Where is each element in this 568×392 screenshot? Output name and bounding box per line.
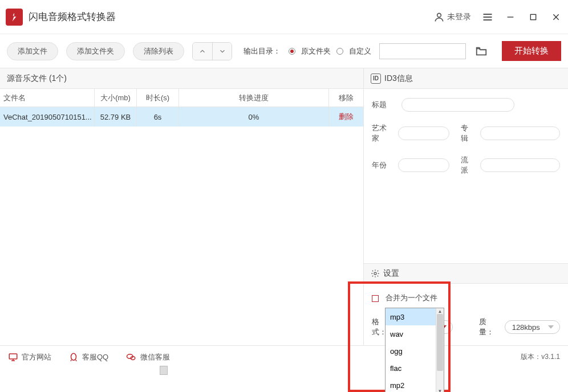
dd-item-flac[interactable]: flac <box>386 360 444 377</box>
delete-row-button[interactable]: 删除 <box>329 107 363 126</box>
app-logo <box>6 9 23 26</box>
output-dir-label: 输出目录： <box>244 46 281 56</box>
menu-button[interactable] <box>481 11 494 23</box>
dd-item-ogg[interactable]: ogg <box>386 342 444 360</box>
dd-item-mp3[interactable]: mp3 <box>386 308 444 325</box>
cell-name: VeChat_2019050710151... <box>0 107 95 126</box>
id3-artist-label: 艺术家 <box>372 123 393 144</box>
maximize-button[interactable] <box>527 11 539 23</box>
close-icon <box>551 13 561 22</box>
user-icon <box>433 11 445 23</box>
monitor-icon <box>8 352 18 362</box>
id3-genre-label: 流派 <box>461 155 476 175</box>
gear-icon <box>371 269 380 278</box>
wechat-support-link[interactable]: 微信客服 <box>125 352 170 362</box>
reorder-buttons <box>192 42 232 60</box>
dd-item-wav[interactable]: wav <box>386 325 444 342</box>
id3-album-input[interactable] <box>480 126 560 140</box>
col-progress: 转换进度 <box>179 89 329 107</box>
id3-year-label: 年份 <box>372 160 393 170</box>
cell-size: 52.79 KB <box>95 107 137 126</box>
file-list-panel: 源音乐文件 (1个) 文件名 大小(mb) 时长(s) 转换进度 移除 VeCh… <box>0 68 364 346</box>
id3-year-input[interactable] <box>398 158 449 172</box>
titlebar: 闪电音频格式转换器 未登录 <box>0 0 568 34</box>
svg-point-12 <box>71 353 76 360</box>
col-size: 大小(mb) <box>95 89 137 107</box>
id3-title-label: 标题 <box>372 100 397 110</box>
id3-header: ID ID3信息 <box>364 68 568 89</box>
minimize-button[interactable] <box>504 11 517 23</box>
hamburger-icon <box>482 11 493 23</box>
official-site-link[interactable]: 官方网站 <box>8 352 51 362</box>
minimize-icon <box>506 13 515 22</box>
id-icon: ID <box>371 74 381 84</box>
merge-checkbox[interactable] <box>372 295 379 302</box>
id3-artist-input[interactable] <box>398 126 449 140</box>
radio-source-folder[interactable] <box>289 48 295 55</box>
svg-point-8 <box>374 272 376 275</box>
wechat-icon <box>125 352 137 362</box>
svg-rect-9 <box>9 354 17 359</box>
table-row[interactable]: VeChat_2019050710151... 52.79 KB 6s 0% 删… <box>0 107 363 126</box>
toolbar: 添加文件 添加文件夹 清除列表 输出目录： 原文件夹 自定义 开始转换 <box>0 34 568 68</box>
close-button[interactable] <box>550 11 562 23</box>
cell-progress: 0% <box>179 107 329 126</box>
maximize-icon <box>529 13 538 22</box>
id3-genre-input[interactable] <box>480 158 560 172</box>
start-convert-button[interactable]: 开始转换 <box>502 41 561 61</box>
clear-list-button[interactable]: 清除列表 <box>133 42 184 60</box>
qq-support-link[interactable]: 客服QQ <box>68 352 108 362</box>
side-panel: ID ID3信息 标题 艺术家 专辑 年份 流派 设置 <box>364 68 568 346</box>
dropdown-scrollbar[interactable]: ▲ ▼ <box>436 308 444 392</box>
footer: 官方网站 客服QQ 微信客服 版本：v3.1.1 <box>0 345 568 368</box>
radio-custom-label: 自定义 <box>349 46 371 56</box>
quality-label: 质量： <box>479 317 501 337</box>
format-dropdown-list: mp3 wav ogg flac mp2 ▲ ▼ <box>385 308 444 392</box>
version-label: 版本：v3.1.1 <box>521 352 560 362</box>
move-up-button[interactable] <box>193 43 212 60</box>
move-down-button[interactable] <box>212 43 232 60</box>
login-button[interactable]: 未登录 <box>433 11 471 23</box>
app-title: 闪电音频格式转换器 <box>29 10 116 23</box>
radio-custom-folder[interactable] <box>336 48 343 55</box>
svg-point-0 <box>437 13 441 17</box>
output-path-input[interactable] <box>379 43 466 59</box>
dropdown-arrow-icon <box>548 325 554 329</box>
svg-rect-5 <box>530 14 535 19</box>
scroll-up-icon[interactable]: ▲ <box>436 308 444 314</box>
scroll-thumb[interactable] <box>437 314 443 371</box>
source-header: 源音乐文件 (1个) <box>0 68 363 89</box>
table-header: 文件名 大小(mb) 时长(s) 转换进度 移除 <box>0 89 363 107</box>
dd-item-mp2[interactable]: mp2 <box>386 377 444 392</box>
quality-dropdown[interactable]: 128kbps <box>505 320 560 334</box>
browse-folder-icon[interactable] <box>474 45 489 58</box>
qq-icon <box>68 352 79 362</box>
col-name: 文件名 <box>0 89 95 107</box>
add-folder-button[interactable]: 添加文件夹 <box>66 42 125 60</box>
id3-title-input[interactable] <box>401 98 514 112</box>
cell-duration: 6s <box>137 107 179 126</box>
id3-album-label: 专辑 <box>461 123 476 144</box>
login-label: 未登录 <box>447 12 471 22</box>
add-file-button[interactable]: 添加文件 <box>7 42 58 60</box>
col-duration: 时长(s) <box>137 89 179 107</box>
radio-source-label: 原文件夹 <box>301 46 331 56</box>
scrollbar-thumb[interactable] <box>160 366 168 375</box>
chevron-down-icon <box>218 47 226 55</box>
scroll-down-icon[interactable]: ▼ <box>436 388 444 392</box>
settings-header: 设置 <box>364 263 568 284</box>
col-remove: 移除 <box>329 89 363 107</box>
chevron-up-icon <box>198 47 206 55</box>
quality-value: 128kbps <box>512 323 540 332</box>
merge-label: 合并为一个文件 <box>386 293 437 302</box>
main-area: 源音乐文件 (1个) 文件名 大小(mb) 时长(s) 转换进度 移除 VeCh… <box>0 68 568 346</box>
